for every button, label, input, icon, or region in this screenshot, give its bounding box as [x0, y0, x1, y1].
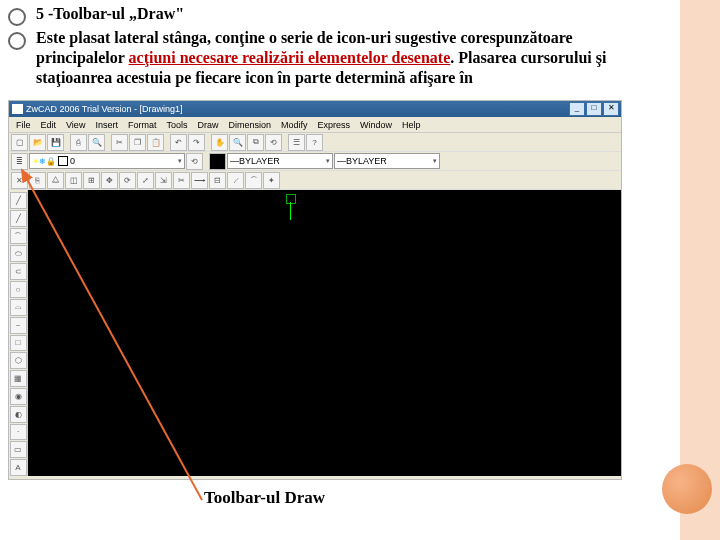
insert-block-icon[interactable]: ▦ [10, 370, 27, 387]
layer-toolbar: ≣ ☀❄🔒 0▾ ⟲ — BYLAYER▾ — BYLAYER▾ [9, 152, 621, 171]
cad-app-window: ZwCAD 2006 Trial Version - [Drawing1] _ … [8, 100, 622, 480]
close-button[interactable]: ✕ [603, 102, 619, 116]
preview-icon[interactable]: 🔍 [88, 134, 105, 151]
layer-manager-icon[interactable]: ≣ [11, 153, 28, 170]
menu-draw[interactable]: Draw [192, 120, 223, 130]
copy-obj-icon[interactable]: ⎘ [29, 172, 46, 189]
app-icon [12, 104, 23, 114]
menu-file[interactable]: File [11, 120, 36, 130]
bullet-2-text: Este plasat lateral stânga, conţine o se… [36, 28, 660, 88]
mirror-icon[interactable]: ⧋ [47, 172, 64, 189]
menu-help[interactable]: Help [397, 120, 426, 130]
line-icon[interactable]: ╱ [10, 192, 27, 209]
text-icon[interactable]: A [10, 459, 27, 476]
menu-dimension[interactable]: Dimension [223, 120, 276, 130]
drawing-canvas[interactable] [28, 190, 621, 476]
copy-icon[interactable]: ❐ [129, 134, 146, 151]
menu-edit[interactable]: Edit [36, 120, 62, 130]
polyline-icon[interactable]: ⌒ [10, 228, 27, 245]
menu-view[interactable]: View [61, 120, 90, 130]
menu-window[interactable]: Window [355, 120, 397, 130]
layer-prev-icon[interactable]: ⟲ [186, 153, 203, 170]
color-swatch-black[interactable] [209, 153, 226, 170]
move-icon[interactable]: ✥ [101, 172, 118, 189]
pan-icon[interactable]: ✋ [211, 134, 228, 151]
circle-icon[interactable]: ⌓ [10, 299, 27, 316]
paste-icon[interactable]: 📋 [147, 134, 164, 151]
hatch-icon[interactable]: · [10, 424, 27, 441]
menu-insert[interactable]: Insert [90, 120, 123, 130]
spline-icon[interactable]: ~ [10, 317, 27, 334]
trim-icon[interactable]: ✂ [173, 172, 190, 189]
point-icon[interactable]: ◐ [10, 406, 27, 423]
scale-icon[interactable]: ⤢ [137, 172, 154, 189]
rotate-icon[interactable]: ⟳ [119, 172, 136, 189]
maximize-button[interactable]: □ [586, 102, 602, 116]
construction-line-icon[interactable]: ╱ [10, 210, 27, 227]
zoom-window-icon[interactable]: ⧉ [247, 134, 264, 151]
save-icon[interactable]: 💾 [47, 134, 64, 151]
bullet-marker [8, 32, 26, 50]
standard-toolbar: ▢ 📂 💾 ⎙ 🔍 ✂ ❐ 📋 ↶ ↷ ✋ 🔍 ⧉ ⟲ ☰ [9, 133, 621, 152]
minimize-button[interactable]: _ [569, 102, 585, 116]
bullet-1-text: 5 -Toolbar-ul „Draw" [36, 4, 184, 24]
draw-toolbar: ╱ ╱ ⌒ ⬭ ⊂ ○ ⌓ ~ □ ⬡ ▦ ◉ ◐ · ▭ A [9, 190, 28, 476]
window-titlebar: ZwCAD 2006 Trial Version - [Drawing1] _ … [9, 101, 621, 117]
window-title: ZwCAD 2006 Trial Version - [Drawing1] [26, 104, 183, 114]
stretch-icon[interactable]: ⇲ [155, 172, 172, 189]
array-icon[interactable]: ⊞ [83, 172, 100, 189]
arc-icon[interactable]: ○ [10, 281, 27, 298]
fillet-icon[interactable]: ⌒ [245, 172, 262, 189]
explode-icon[interactable]: ✦ [263, 172, 280, 189]
lineweight-dropdown[interactable]: — BYLAYER▾ [334, 153, 440, 169]
menu-bar: File Edit View Insert Format Tools Draw … [9, 117, 621, 133]
help-icon[interactable]: ? [306, 134, 323, 151]
ellipse-icon[interactable]: □ [10, 335, 27, 352]
menu-tools[interactable]: Tools [161, 120, 192, 130]
undo-icon[interactable]: ↶ [170, 134, 187, 151]
zoom-prev-icon[interactable]: ⟲ [265, 134, 282, 151]
region-icon[interactable]: ▭ [10, 441, 27, 458]
decorative-circle [662, 464, 712, 514]
linetype-dropdown[interactable]: — BYLAYER▾ [227, 153, 333, 169]
break-icon[interactable]: ⊟ [209, 172, 226, 189]
menu-format[interactable]: Format [123, 120, 162, 130]
toolbar-area: ▢ 📂 💾 ⎙ 🔍 ✂ ❐ 📋 ↶ ↷ ✋ 🔍 ⧉ ⟲ ☰ [9, 133, 621, 190]
open-icon[interactable]: 📂 [29, 134, 46, 151]
ellipse-arc-icon[interactable]: ⬡ [10, 352, 27, 369]
chamfer-icon[interactable]: ⟋ [227, 172, 244, 189]
decorative-side-band [680, 0, 720, 540]
bullet-marker [8, 8, 26, 26]
layer-dropdown[interactable]: ☀❄🔒 0▾ [29, 153, 185, 169]
offset-icon[interactable]: ◫ [65, 172, 82, 189]
erase-icon[interactable]: ✕ [11, 172, 28, 189]
print-icon[interactable]: ⎙ [70, 134, 87, 151]
rectangle-icon[interactable]: ⊂ [10, 263, 27, 280]
properties-icon[interactable]: ☰ [288, 134, 305, 151]
menu-express[interactable]: Express [313, 120, 356, 130]
zoom-icon[interactable]: 🔍 [229, 134, 246, 151]
caption-label: Toolbar-ul Draw [204, 488, 325, 508]
make-block-icon[interactable]: ◉ [10, 388, 27, 405]
redo-icon[interactable]: ↷ [188, 134, 205, 151]
polygon-icon[interactable]: ⬭ [10, 245, 27, 262]
cut-icon[interactable]: ✂ [111, 134, 128, 151]
new-icon[interactable]: ▢ [11, 134, 28, 151]
modify-toolbar: ✕ ⎘ ⧋ ◫ ⊞ ✥ ⟳ ⤢ ⇲ ✂ ⟶ ⊟ ⟋ ⌒ ✦ [9, 171, 621, 190]
extend-icon[interactable]: ⟶ [191, 172, 208, 189]
menu-modify[interactable]: Modify [276, 120, 313, 130]
